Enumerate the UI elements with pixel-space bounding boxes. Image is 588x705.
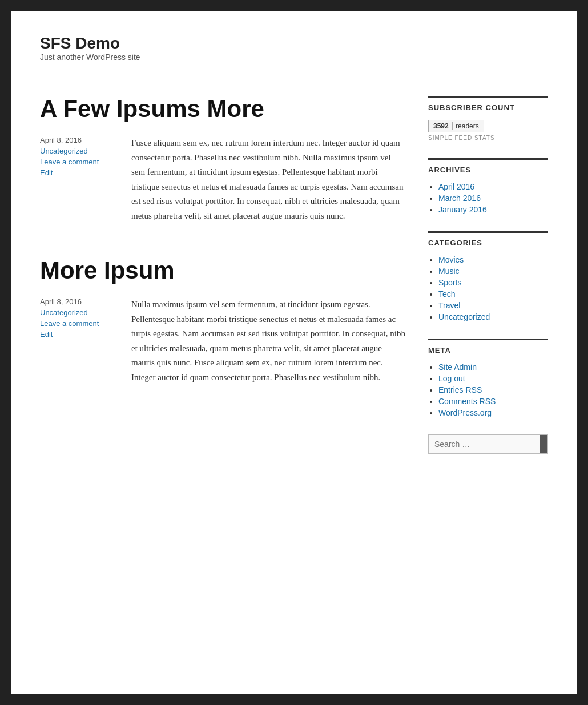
list-item: April 2016 <box>438 182 548 191</box>
archive-link-april-2016[interactable]: April 2016 <box>438 182 474 191</box>
meta-link-comments-rss[interactable]: Comments RSS <box>438 397 496 406</box>
archive-link-march-2016[interactable]: March 2016 <box>438 194 481 203</box>
site-header: SFS Demo Just another WordPress site <box>40 34 548 62</box>
category-link-tech[interactable]: Tech <box>438 289 456 299</box>
list-item: Log out <box>438 374 548 383</box>
content-area: A Few Ipsums More April 8, 2016 Uncatego… <box>40 96 405 471</box>
post-2-leave-comment[interactable]: Leave a comment <box>40 319 99 328</box>
list-item: Tech <box>438 289 548 299</box>
post-2-edit[interactable]: Edit <box>40 330 53 339</box>
meta-section: META Site Admin Log out Entries RSS Comm… <box>428 339 548 417</box>
list-item: Entries RSS <box>438 385 548 394</box>
post-1-date: April 8, 2016 <box>40 136 120 144</box>
post-2-category-link[interactable]: Uncategorized <box>40 308 88 317</box>
post-1-edit-link: Edit <box>40 168 120 177</box>
search-input[interactable] <box>429 435 540 453</box>
search-button[interactable]: 🔍 <box>540 435 548 453</box>
feed-stats-label: SIMPLE FEED STATS <box>428 135 548 141</box>
list-item: Uncategorized <box>438 312 548 321</box>
categories-title: CATEGORIES <box>428 231 548 247</box>
main-layout: A Few Ipsums More April 8, 2016 Uncatego… <box>40 96 548 471</box>
post-2-title: More Ipsum <box>40 257 405 284</box>
post-1-category-link[interactable]: Uncategorized <box>40 147 88 155</box>
post-2-category: Uncategorized <box>40 308 120 317</box>
list-item: Movies <box>438 255 548 264</box>
categories-list: Movies Music Sports Tech Travel <box>428 255 548 321</box>
search-section: 🔍 <box>428 434 548 454</box>
category-link-uncategorized[interactable]: Uncategorized <box>438 312 490 321</box>
archives-title: ARCHIVES <box>428 158 548 174</box>
list-item: March 2016 <box>438 194 548 203</box>
list-item: Sports <box>438 278 548 287</box>
category-link-travel[interactable]: Travel <box>438 301 460 310</box>
subscriber-count-label: readers <box>452 122 479 130</box>
list-item: January 2016 <box>438 205 548 214</box>
meta-link-entries-rss[interactable]: Entries RSS <box>438 385 482 394</box>
subscriber-count-section: SUBSCRIBER COUNT 3592 readers SIMPLE FEE… <box>428 96 548 141</box>
subscriber-badge: 3592 readers <box>428 120 484 132</box>
post-2-date: April 8, 2016 <box>40 297 120 306</box>
meta-list: Site Admin Log out Entries RSS Comments … <box>428 362 548 417</box>
site-title: SFS Demo <box>40 34 548 53</box>
meta-link-wordpress-org[interactable]: WordPress.org <box>438 408 492 417</box>
archives-section: ARCHIVES April 2016 March 2016 January 2… <box>428 158 548 214</box>
post-2-meta: April 8, 2016 Uncategorized Leave a comm… <box>40 297 120 385</box>
meta-link-site-admin[interactable]: Site Admin <box>438 362 477 372</box>
post-1-title: A Few Ipsums More <box>40 96 405 122</box>
category-link-music[interactable]: Music <box>438 267 460 276</box>
post-2-layout: April 8, 2016 Uncategorized Leave a comm… <box>40 297 405 385</box>
post-2-edit-link: Edit <box>40 330 120 339</box>
categories-section: CATEGORIES Movies Music Sports Tech <box>428 231 548 321</box>
subscriber-count-number: 3592 <box>433 122 449 130</box>
list-item: Site Admin <box>438 362 548 372</box>
meta-title: META <box>428 339 548 354</box>
post-1-meta: April 8, 2016 Uncategorized Leave a comm… <box>40 136 120 223</box>
archive-link-january-2016[interactable]: January 2016 <box>438 205 487 214</box>
post-2: More Ipsum April 8, 2016 Uncategorized L… <box>40 257 405 385</box>
sidebar: SUBSCRIBER COUNT 3592 readers SIMPLE FEE… <box>428 96 548 471</box>
post-1-edit[interactable]: Edit <box>40 168 53 177</box>
list-item: Comments RSS <box>438 397 548 406</box>
post-2-comment-link: Leave a comment <box>40 319 120 328</box>
page-wrapper: SFS Demo Just another WordPress site A F… <box>11 11 577 694</box>
list-item: Travel <box>438 301 548 310</box>
archives-list: April 2016 March 2016 January 2016 <box>428 182 548 214</box>
list-item: WordPress.org <box>438 408 548 417</box>
meta-link-log-out[interactable]: Log out <box>438 374 465 383</box>
category-link-sports[interactable]: Sports <box>438 278 461 287</box>
post-1-category: Uncategorized <box>40 147 120 155</box>
post-1-layout: April 8, 2016 Uncategorized Leave a comm… <box>40 136 405 223</box>
post-1-content: Fusce aliquam sem ex, nec rutrum lorem i… <box>131 136 405 223</box>
search-icon: 🔍 <box>547 440 548 449</box>
list-item: Music <box>438 267 548 276</box>
subscriber-count-title: SUBSCRIBER COUNT <box>428 96 548 112</box>
post-1-leave-comment[interactable]: Leave a comment <box>40 158 99 166</box>
post-1-comment-link: Leave a comment <box>40 158 120 166</box>
post-1: A Few Ipsums More April 8, 2016 Uncatego… <box>40 96 405 223</box>
category-link-movies[interactable]: Movies <box>438 255 464 264</box>
site-tagline: Just another WordPress site <box>40 53 548 62</box>
search-form: 🔍 <box>428 434 548 454</box>
post-2-content: Nulla maximus ipsum vel sem fermentum, a… <box>131 297 405 385</box>
